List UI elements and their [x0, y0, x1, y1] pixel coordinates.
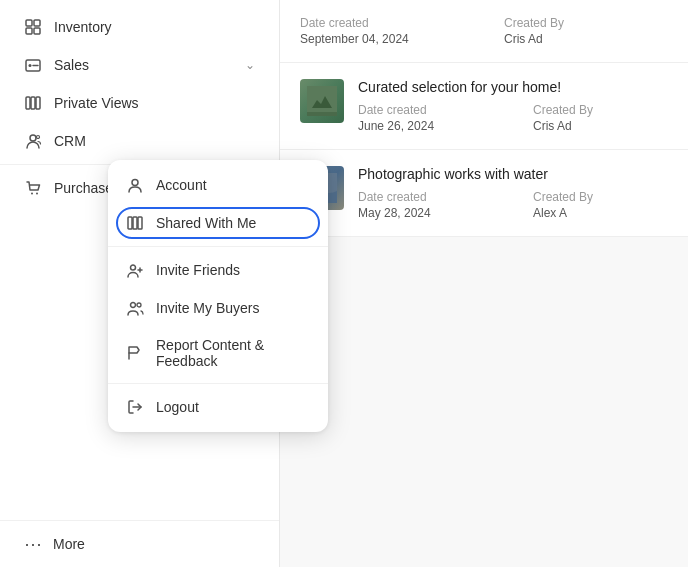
account-icon [126, 176, 144, 194]
svg-point-9 [30, 135, 36, 141]
dropdown-item-label: Logout [156, 399, 199, 415]
sidebar-item-private-views[interactable]: Private Views [0, 84, 279, 122]
sidebar-item-crm[interactable]: CRM [0, 122, 279, 160]
dropdown-item-invite-friends[interactable]: Invite Friends [108, 251, 328, 289]
content-list: Date created September 04, 2024 Created … [280, 0, 688, 237]
date-created-item: Date created June 26, 2024 [358, 103, 493, 133]
invite-buyers-icon [126, 299, 144, 317]
svg-rect-3 [34, 28, 40, 34]
svg-rect-0 [26, 20, 32, 26]
dropdown-item-report[interactable]: Report Content & Feedback [108, 327, 328, 379]
item-row: Photographic works with water Date creat… [300, 166, 668, 220]
svg-point-22 [137, 303, 141, 307]
created-by-item: Created By Cris Ad [533, 103, 668, 133]
chevron-down-icon: ⌄ [245, 58, 255, 72]
item-meta: Date created September 04, 2024 Created … [300, 16, 668, 46]
date-label: Date created [300, 16, 464, 30]
svg-point-20 [131, 265, 136, 270]
dropdown-item-shared-with-me[interactable]: Shared With Me [108, 204, 328, 242]
dropdown-item-label: Invite Friends [156, 262, 240, 278]
meta-grid: Date created May 28, 2024 Created By Ale… [358, 190, 668, 220]
dropdown-item-label: Account [156, 177, 207, 193]
content-item: Curated selection for your home! Date cr… [280, 63, 688, 150]
svg-rect-19 [138, 217, 142, 229]
dropdown-divider [108, 383, 328, 384]
item-title: Photographic works with water [358, 166, 668, 182]
svg-rect-7 [31, 97, 35, 109]
created-label: Created By [533, 103, 668, 117]
content-item: Date created September 04, 2024 Created … [280, 0, 688, 63]
dropdown-item-logout[interactable]: Logout [108, 388, 328, 426]
sales-icon [24, 56, 42, 74]
created-value: Alex A [533, 206, 668, 220]
private-views-icon [24, 94, 42, 112]
date-value: May 28, 2024 [358, 206, 493, 220]
svg-point-10 [37, 136, 40, 139]
sidebar-item-sales[interactable]: Sales ⌄ [0, 46, 279, 84]
item-details: Curated selection for your home! Date cr… [358, 79, 668, 133]
created-label: Created By [504, 16, 668, 30]
dropdown-item-label: Report Content & Feedback [156, 337, 310, 369]
svg-rect-18 [133, 217, 137, 229]
svg-rect-6 [26, 97, 30, 109]
created-by-item: Created By Cris Ad [504, 16, 668, 46]
sidebar-item-label: Sales [54, 57, 89, 73]
meta-grid: Date created June 26, 2024 Created By Cr… [358, 103, 668, 133]
svg-point-11 [31, 193, 33, 195]
shared-icon [126, 214, 144, 232]
item-details: Photographic works with water Date creat… [358, 166, 668, 220]
sidebar-item-label: Private Views [54, 95, 139, 111]
dropdown-divider [108, 246, 328, 247]
date-value: September 04, 2024 [300, 32, 464, 46]
svg-point-12 [36, 193, 38, 195]
purchases-icon [24, 179, 42, 197]
svg-point-21 [131, 303, 136, 308]
date-label: Date created [358, 103, 493, 117]
more-label: More [53, 536, 85, 552]
created-label: Created By [533, 190, 668, 204]
item-thumbnail [300, 79, 344, 123]
app-container: Inventory Sales ⌄ [0, 0, 688, 567]
date-created-item: Date created May 28, 2024 [358, 190, 493, 220]
created-by-item: Created By Alex A [533, 190, 668, 220]
svg-rect-1 [34, 20, 40, 26]
date-value: June 26, 2024 [358, 119, 493, 133]
sidebar-item-label: Inventory [54, 19, 112, 35]
crm-icon [24, 132, 42, 150]
dropdown-item-account[interactable]: Account [108, 166, 328, 204]
meta-grid: Date created September 04, 2024 Created … [300, 16, 668, 46]
logout-icon [126, 398, 144, 416]
dropdown-item-label: Invite My Buyers [156, 300, 259, 316]
sidebar-more-button[interactable]: ⋯ More [0, 520, 279, 567]
more-dots-icon: ⋯ [24, 533, 43, 555]
svg-rect-8 [36, 97, 40, 109]
sidebar-item-label: CRM [54, 133, 86, 149]
svg-rect-17 [128, 217, 132, 229]
invite-friends-icon [126, 261, 144, 279]
date-label: Date created [358, 190, 493, 204]
content-area: Date created September 04, 2024 Created … [280, 0, 688, 567]
svg-point-5 [29, 64, 32, 67]
content-item: Photographic works with water Date creat… [280, 150, 688, 237]
svg-rect-13 [307, 86, 337, 116]
svg-rect-2 [26, 28, 32, 34]
dropdown-item-label: Shared With Me [156, 215, 256, 231]
svg-point-16 [132, 180, 138, 186]
created-value: Cris Ad [504, 32, 668, 46]
dropdown-item-invite-buyers[interactable]: Invite My Buyers [108, 289, 328, 327]
date-created-item: Date created September 04, 2024 [300, 16, 464, 46]
dropdown-menu: Account Shared With Me Invite [108, 160, 328, 432]
item-title: Curated selection for your home! [358, 79, 668, 95]
created-value: Cris Ad [533, 119, 668, 133]
sidebar-item-inventory[interactable]: Inventory [0, 8, 279, 46]
item-row: Curated selection for your home! Date cr… [300, 79, 668, 133]
inventory-icon [24, 18, 42, 36]
report-icon [126, 344, 144, 362]
